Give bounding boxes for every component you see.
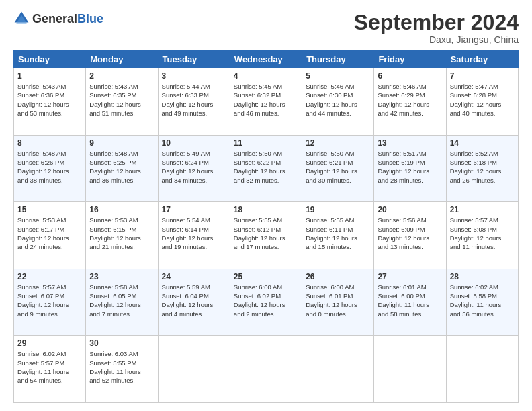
day-info: Sunrise: 5:57 AM Sunset: 6:08 PM Dayligh… xyxy=(450,216,515,251)
day-info: Sunrise: 5:53 AM Sunset: 6:17 PM Dayligh… xyxy=(17,216,82,251)
week-row-2: 8Sunrise: 5:48 AM Sunset: 6:26 PM Daylig… xyxy=(14,135,519,202)
weekday-header-sunday: Sunday xyxy=(14,51,86,68)
day-cell: 13Sunrise: 5:51 AM Sunset: 6:19 PM Dayli… xyxy=(374,135,446,202)
weekday-header-friday: Friday xyxy=(374,51,446,68)
day-info: Sunrise: 5:51 AM Sunset: 6:19 PM Dayligh… xyxy=(378,149,442,185)
day-info: Sunrise: 6:03 AM Sunset: 5:55 PM Dayligh… xyxy=(89,349,154,385)
day-info: Sunrise: 6:02 AM Sunset: 5:58 PM Dayligh… xyxy=(450,283,515,318)
day-cell: 3Sunrise: 5:44 AM Sunset: 6:33 PM Daylig… xyxy=(158,68,230,136)
day-info: Sunrise: 5:43 AM Sunset: 6:35 PM Dayligh… xyxy=(89,82,154,118)
day-cell: 25Sunrise: 6:00 AM Sunset: 6:02 PM Dayli… xyxy=(230,269,302,336)
week-row-1: 1Sunrise: 5:43 AM Sunset: 6:36 PM Daylig… xyxy=(14,68,519,136)
day-cell: 1Sunrise: 5:43 AM Sunset: 6:36 PM Daylig… xyxy=(14,68,86,136)
day-cell: 30Sunrise: 6:03 AM Sunset: 5:55 PM Dayli… xyxy=(86,336,158,403)
day-number: 25 xyxy=(234,272,298,281)
day-number: 6 xyxy=(378,71,442,81)
day-cell xyxy=(374,336,446,403)
day-cell: 24Sunrise: 5:59 AM Sunset: 6:04 PM Dayli… xyxy=(158,269,230,336)
day-cell: 12Sunrise: 5:50 AM Sunset: 6:21 PM Dayli… xyxy=(302,135,374,202)
day-info: Sunrise: 5:53 AM Sunset: 6:15 PM Dayligh… xyxy=(89,216,154,251)
day-number: 19 xyxy=(306,205,370,214)
day-cell xyxy=(158,336,230,403)
day-number: 17 xyxy=(162,205,226,214)
week-row-4: 22Sunrise: 5:57 AM Sunset: 6:07 PM Dayli… xyxy=(14,269,519,336)
day-number: 24 xyxy=(162,272,226,281)
day-number: 1 xyxy=(17,71,82,81)
day-number: 4 xyxy=(234,71,298,81)
day-cell: 26Sunrise: 6:00 AM Sunset: 6:01 PM Dayli… xyxy=(302,269,374,336)
day-cell: 6Sunrise: 5:46 AM Sunset: 6:29 PM Daylig… xyxy=(374,68,446,136)
day-number: 22 xyxy=(17,272,82,281)
day-number: 12 xyxy=(306,138,370,148)
day-number: 3 xyxy=(162,71,226,81)
day-number: 9 xyxy=(89,138,154,148)
day-info: Sunrise: 5:45 AM Sunset: 6:32 PM Dayligh… xyxy=(234,82,298,118)
day-cell: 14Sunrise: 5:52 AM Sunset: 6:18 PM Dayli… xyxy=(446,135,518,202)
weekday-header-row: SundayMondayTuesdayWednesdayThursdayFrid… xyxy=(14,51,519,68)
day-cell: 22Sunrise: 5:57 AM Sunset: 6:07 PM Dayli… xyxy=(14,269,86,336)
day-number: 10 xyxy=(162,138,226,148)
day-cell: 15Sunrise: 5:53 AM Sunset: 6:17 PM Dayli… xyxy=(14,202,86,269)
title-area: September 2024 Daxu, Jiangsu, China xyxy=(354,11,519,45)
day-info: Sunrise: 5:55 AM Sunset: 6:12 PM Dayligh… xyxy=(234,216,298,251)
day-info: Sunrise: 5:52 AM Sunset: 6:18 PM Dayligh… xyxy=(450,149,515,185)
day-cell xyxy=(302,336,374,403)
month-title: September 2024 xyxy=(354,11,519,34)
day-info: Sunrise: 5:47 AM Sunset: 6:28 PM Dayligh… xyxy=(450,82,515,118)
day-info: Sunrise: 5:49 AM Sunset: 6:24 PM Dayligh… xyxy=(162,149,226,185)
day-cell: 18Sunrise: 5:55 AM Sunset: 6:12 PM Dayli… xyxy=(230,202,302,269)
day-info: Sunrise: 5:48 AM Sunset: 6:25 PM Dayligh… xyxy=(89,149,154,185)
week-row-5: 29Sunrise: 6:02 AM Sunset: 5:57 PM Dayli… xyxy=(14,336,519,403)
day-info: Sunrise: 5:43 AM Sunset: 6:36 PM Dayligh… xyxy=(17,82,82,118)
day-number: 21 xyxy=(450,205,515,214)
day-cell: 20Sunrise: 5:56 AM Sunset: 6:09 PM Dayli… xyxy=(374,202,446,269)
logo-icon xyxy=(13,11,30,27)
weekday-header-saturday: Saturday xyxy=(446,51,518,68)
day-number: 29 xyxy=(17,338,82,348)
day-cell: 17Sunrise: 5:54 AM Sunset: 6:14 PM Dayli… xyxy=(158,202,230,269)
day-cell: 2Sunrise: 5:43 AM Sunset: 6:35 PM Daylig… xyxy=(86,68,158,136)
day-info: Sunrise: 5:59 AM Sunset: 6:04 PM Dayligh… xyxy=(162,283,226,318)
day-number: 20 xyxy=(378,205,442,214)
day-info: Sunrise: 6:02 AM Sunset: 5:57 PM Dayligh… xyxy=(17,349,82,385)
day-cell: 28Sunrise: 6:02 AM Sunset: 5:58 PM Dayli… xyxy=(446,269,518,336)
day-number: 7 xyxy=(450,71,515,81)
day-number: 18 xyxy=(234,205,298,214)
page: GeneralBlue September 2024 Daxu, Jiangsu… xyxy=(0,0,532,411)
day-info: Sunrise: 5:46 AM Sunset: 6:29 PM Dayligh… xyxy=(378,82,442,118)
day-cell: 23Sunrise: 5:58 AM Sunset: 6:05 PM Dayli… xyxy=(86,269,158,336)
day-info: Sunrise: 6:00 AM Sunset: 6:01 PM Dayligh… xyxy=(306,283,370,318)
weekday-header-thursday: Thursday xyxy=(302,51,374,68)
day-number: 27 xyxy=(378,272,442,281)
location: Daxu, Jiangsu, China xyxy=(354,34,519,45)
day-cell: 4Sunrise: 5:45 AM Sunset: 6:32 PM Daylig… xyxy=(230,68,302,136)
day-cell: 5Sunrise: 5:46 AM Sunset: 6:30 PM Daylig… xyxy=(302,68,374,136)
day-info: Sunrise: 6:00 AM Sunset: 6:02 PM Dayligh… xyxy=(234,283,298,318)
day-info: Sunrise: 5:56 AM Sunset: 6:09 PM Dayligh… xyxy=(378,216,442,251)
day-info: Sunrise: 5:50 AM Sunset: 6:21 PM Dayligh… xyxy=(306,149,370,185)
day-cell: 8Sunrise: 5:48 AM Sunset: 6:26 PM Daylig… xyxy=(14,135,86,202)
day-info: Sunrise: 5:46 AM Sunset: 6:30 PM Dayligh… xyxy=(306,82,370,118)
day-cell: 9Sunrise: 5:48 AM Sunset: 6:25 PM Daylig… xyxy=(86,135,158,202)
day-cell: 10Sunrise: 5:49 AM Sunset: 6:24 PM Dayli… xyxy=(158,135,230,202)
weekday-header-wednesday: Wednesday xyxy=(230,51,302,68)
day-info: Sunrise: 5:54 AM Sunset: 6:14 PM Dayligh… xyxy=(162,216,226,251)
day-number: 5 xyxy=(306,71,370,81)
week-row-3: 15Sunrise: 5:53 AM Sunset: 6:17 PM Dayli… xyxy=(14,202,519,269)
day-cell: 27Sunrise: 6:01 AM Sunset: 6:00 PM Dayli… xyxy=(374,269,446,336)
day-number: 13 xyxy=(378,138,442,148)
weekday-header-monday: Monday xyxy=(86,51,158,68)
day-cell: 16Sunrise: 5:53 AM Sunset: 6:15 PM Dayli… xyxy=(86,202,158,269)
logo: GeneralBlue xyxy=(13,11,103,27)
day-info: Sunrise: 6:01 AM Sunset: 6:00 PM Dayligh… xyxy=(378,283,442,318)
day-number: 26 xyxy=(306,272,370,281)
day-number: 28 xyxy=(450,272,515,281)
day-cell: 7Sunrise: 5:47 AM Sunset: 6:28 PM Daylig… xyxy=(446,68,518,136)
logo-text: GeneralBlue xyxy=(32,12,103,26)
day-info: Sunrise: 5:50 AM Sunset: 6:22 PM Dayligh… xyxy=(234,149,298,185)
weekday-header-tuesday: Tuesday xyxy=(158,51,230,68)
day-info: Sunrise: 5:55 AM Sunset: 6:11 PM Dayligh… xyxy=(306,216,370,251)
day-info: Sunrise: 5:58 AM Sunset: 6:05 PM Dayligh… xyxy=(89,283,154,318)
day-cell xyxy=(230,336,302,403)
day-number: 23 xyxy=(89,272,154,281)
